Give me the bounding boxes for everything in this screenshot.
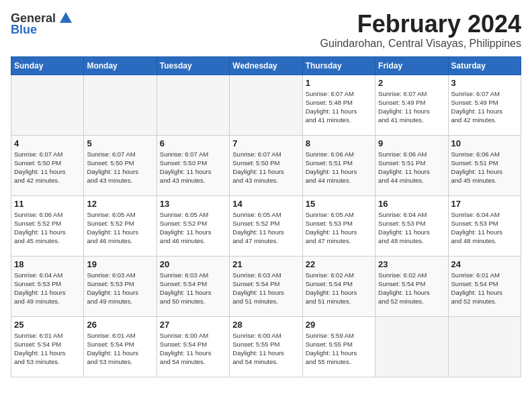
day-info: Sunrise: 6:06 AM Sunset: 5:52 PM Dayligh… [14,210,81,246]
day-number: 26 [87,320,153,330]
logo: General Blue [11,11,73,37]
week-row-0: 1Sunrise: 6:07 AM Sunset: 5:48 PM Daylig… [11,75,521,135]
logo-icon [58,11,73,26]
day-info: Sunrise: 6:01 AM Sunset: 5:54 PM Dayligh… [87,331,153,367]
calendar-cell: 24Sunrise: 6:01 AM Sunset: 5:54 PM Dayli… [448,256,521,316]
calendar-cell: 6Sunrise: 6:07 AM Sunset: 5:50 PM Daylig… [157,135,229,195]
day-info: Sunrise: 6:05 AM Sunset: 5:53 PM Dayligh… [306,210,372,246]
calendar-cell [448,316,521,377]
calendar-cell: 20Sunrise: 6:03 AM Sunset: 5:54 PM Dayli… [157,256,229,316]
day-number: 4 [14,138,81,148]
calendar-cell: 7Sunrise: 6:07 AM Sunset: 5:50 PM Daylig… [230,135,302,195]
month-title: February 2024 [320,11,521,38]
day-info: Sunrise: 6:04 AM Sunset: 5:53 PM Dayligh… [14,271,81,306]
day-info: Sunrise: 6:07 AM Sunset: 5:49 PM Dayligh… [378,89,445,125]
day-number: 5 [87,138,153,148]
calendar-cell: 29Sunrise: 5:59 AM Sunset: 5:55 PM Dayli… [302,316,375,377]
day-info: Sunrise: 6:07 AM Sunset: 5:50 PM Dayligh… [14,150,81,185]
day-number: 14 [232,199,299,209]
calendar-cell: 22Sunrise: 6:02 AM Sunset: 5:54 PM Dayli… [302,256,375,316]
day-number: 28 [232,320,299,330]
week-row-4: 25Sunrise: 6:01 AM Sunset: 5:54 PM Dayli… [11,316,521,377]
day-info: Sunrise: 5:59 AM Sunset: 5:55 PM Dayligh… [306,331,372,367]
header-wednesday: Wednesday [230,56,302,75]
day-number: 15 [306,199,372,209]
day-info: Sunrise: 6:02 AM Sunset: 5:54 PM Dayligh… [306,271,372,306]
day-number: 7 [232,138,299,148]
svg-marker-0 [60,12,72,23]
calendar-cell: 17Sunrise: 6:04 AM Sunset: 5:53 PM Dayli… [448,195,521,256]
calendar-cell: 13Sunrise: 6:05 AM Sunset: 5:52 PM Dayli… [157,195,229,256]
calendar-cell: 18Sunrise: 6:04 AM Sunset: 5:53 PM Dayli… [11,256,84,316]
location-title: Guindarohan, Central Visayas, Philippine… [320,38,521,50]
title-area: February 2024 Guindarohan, Central Visay… [320,11,521,50]
calendar-cell: 23Sunrise: 6:02 AM Sunset: 5:54 PM Dayli… [375,256,448,316]
calendar-cell [157,75,229,135]
day-info: Sunrise: 6:07 AM Sunset: 5:49 PM Dayligh… [451,89,518,125]
calendar-cell: 16Sunrise: 6:04 AM Sunset: 5:53 PM Dayli… [375,195,448,256]
header-sunday: Sunday [11,56,84,75]
calendar-cell [375,316,448,377]
calendar-cell: 28Sunrise: 6:00 AM Sunset: 5:55 PM Dayli… [230,316,302,377]
header-monday: Monday [84,56,157,75]
calendar-cell [230,75,302,135]
calendar-table: SundayMondayTuesdayWednesdayThursdayFrid… [11,56,521,377]
day-info: Sunrise: 6:07 AM Sunset: 5:50 PM Dayligh… [87,150,153,185]
day-number: 24 [451,259,518,269]
day-number: 13 [160,199,226,209]
day-info: Sunrise: 6:02 AM Sunset: 5:54 PM Dayligh… [378,271,445,306]
day-number: 11 [14,199,81,209]
week-row-1: 4Sunrise: 6:07 AM Sunset: 5:50 PM Daylig… [11,135,521,195]
day-info: Sunrise: 6:00 AM Sunset: 5:55 PM Dayligh… [232,331,299,367]
calendar-cell: 21Sunrise: 6:03 AM Sunset: 5:54 PM Dayli… [230,256,302,316]
calendar-cell: 25Sunrise: 6:01 AM Sunset: 5:54 PM Dayli… [11,316,84,377]
calendar-cell [11,75,84,135]
day-info: Sunrise: 6:03 AM Sunset: 5:54 PM Dayligh… [160,271,226,306]
calendar-cell: 10Sunrise: 6:06 AM Sunset: 5:51 PM Dayli… [448,135,521,195]
day-number: 17 [451,199,518,209]
day-info: Sunrise: 6:06 AM Sunset: 5:51 PM Dayligh… [451,150,518,185]
calendar-cell: 3Sunrise: 6:07 AM Sunset: 5:49 PM Daylig… [448,75,521,135]
header-thursday: Thursday [302,56,375,75]
day-info: Sunrise: 6:07 AM Sunset: 5:50 PM Dayligh… [160,150,226,185]
day-number: 23 [378,259,445,269]
day-number: 16 [378,199,445,209]
calendar-cell: 1Sunrise: 6:07 AM Sunset: 5:48 PM Daylig… [302,75,375,135]
day-number: 3 [451,78,518,88]
day-info: Sunrise: 6:04 AM Sunset: 5:53 PM Dayligh… [378,210,445,246]
day-number: 2 [378,78,445,88]
calendar-cell: 12Sunrise: 6:05 AM Sunset: 5:52 PM Dayli… [84,195,157,256]
day-info: Sunrise: 6:06 AM Sunset: 5:51 PM Dayligh… [306,150,372,185]
calendar-cell: 14Sunrise: 6:05 AM Sunset: 5:52 PM Dayli… [230,195,302,256]
day-number: 18 [14,259,81,269]
day-info: Sunrise: 6:05 AM Sunset: 5:52 PM Dayligh… [87,210,153,246]
day-number: 1 [306,78,372,88]
calendar-cell: 11Sunrise: 6:06 AM Sunset: 5:52 PM Dayli… [11,195,84,256]
day-number: 20 [160,259,226,269]
calendar-cell: 9Sunrise: 6:06 AM Sunset: 5:51 PM Daylig… [375,135,448,195]
calendar-cell: 5Sunrise: 6:07 AM Sunset: 5:50 PM Daylig… [84,135,157,195]
day-info: Sunrise: 6:03 AM Sunset: 5:54 PM Dayligh… [232,271,299,306]
day-info: Sunrise: 6:00 AM Sunset: 5:54 PM Dayligh… [160,331,226,367]
calendar-cell: 19Sunrise: 6:03 AM Sunset: 5:53 PM Dayli… [84,256,157,316]
header-tuesday: Tuesday [157,56,229,75]
day-number: 10 [451,138,518,148]
day-info: Sunrise: 6:06 AM Sunset: 5:51 PM Dayligh… [378,150,445,185]
day-number: 22 [306,259,372,269]
page-header: General Blue February 2024 Guindarohan, … [11,11,521,50]
day-info: Sunrise: 6:05 AM Sunset: 5:52 PM Dayligh… [160,210,226,246]
day-info: Sunrise: 6:07 AM Sunset: 5:48 PM Dayligh… [306,89,372,125]
day-number: 25 [14,320,81,330]
day-info: Sunrise: 6:07 AM Sunset: 5:50 PM Dayligh… [232,150,299,185]
calendar-cell: 8Sunrise: 6:06 AM Sunset: 5:51 PM Daylig… [302,135,375,195]
calendar-cell: 26Sunrise: 6:01 AM Sunset: 5:54 PM Dayli… [84,316,157,377]
day-number: 27 [160,320,226,330]
header-row: SundayMondayTuesdayWednesdayThursdayFrid… [11,56,521,75]
week-row-2: 11Sunrise: 6:06 AM Sunset: 5:52 PM Dayli… [11,195,521,256]
day-number: 29 [306,320,372,330]
day-info: Sunrise: 6:04 AM Sunset: 5:53 PM Dayligh… [451,210,518,246]
week-row-3: 18Sunrise: 6:04 AM Sunset: 5:53 PM Dayli… [11,256,521,316]
day-info: Sunrise: 6:03 AM Sunset: 5:53 PM Dayligh… [87,271,153,306]
calendar-cell: 4Sunrise: 6:07 AM Sunset: 5:50 PM Daylig… [11,135,84,195]
day-number: 6 [160,138,226,148]
